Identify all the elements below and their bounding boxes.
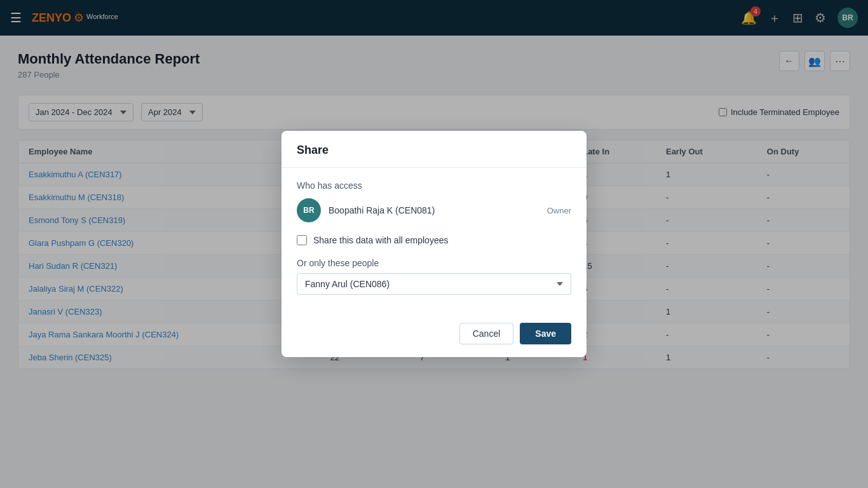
- modal-footer: Cancel Save: [281, 323, 587, 357]
- who-has-access-label: Who has access: [297, 180, 571, 191]
- modal-header: Share: [281, 131, 587, 168]
- or-only-label: Or only these people: [297, 258, 571, 268]
- modal-body: Who has access BR Boopathi Raja K (CEN08…: [281, 168, 587, 323]
- share-modal: Share Who has access BR Boopathi Raja K …: [281, 131, 587, 357]
- share-all-checkbox[interactable]: [297, 235, 307, 245]
- people-select[interactable]: Fanny Arul (CEN086): [297, 273, 571, 295]
- modal-overlay: Share Who has access BR Boopathi Raja K …: [0, 0, 868, 488]
- owner-row: BR Boopathi Raja K (CEN081) Owner: [297, 198, 571, 222]
- owner-avatar: BR: [297, 198, 321, 222]
- owner-name: Boopathi Raja K (CEN081): [329, 205, 539, 215]
- modal-title: Share: [297, 144, 571, 157]
- share-all-row: Share this data with all employees: [297, 235, 571, 245]
- save-button[interactable]: Save: [520, 323, 571, 344]
- share-all-label: Share this data with all employees: [313, 235, 448, 245]
- owner-role: Owner: [547, 206, 571, 215]
- cancel-button[interactable]: Cancel: [459, 323, 514, 344]
